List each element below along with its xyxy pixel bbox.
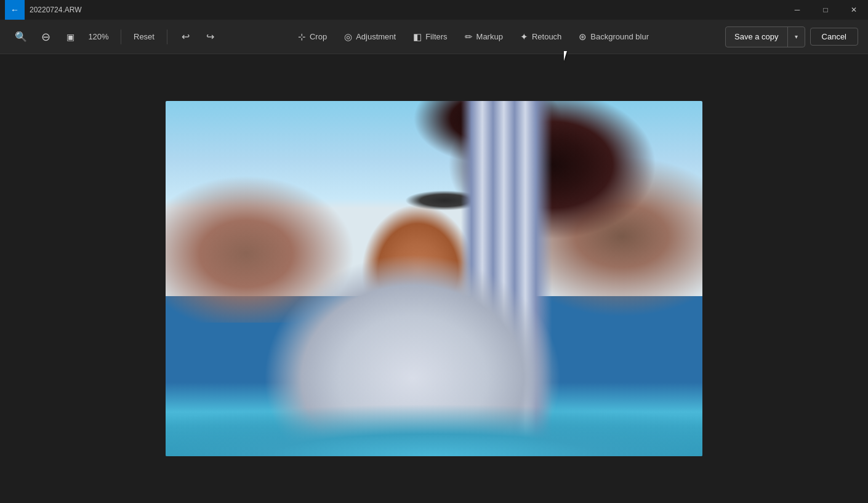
crop-icon: ⊹ bbox=[298, 31, 306, 42]
save-copy-button-group: Save a copy ▾ bbox=[725, 26, 805, 47]
zoom-out-button[interactable]: ⊖ bbox=[34, 26, 57, 48]
cancel-button[interactable]: Cancel bbox=[810, 28, 858, 46]
background-blur-tool-button[interactable]: ⊛ Background blur bbox=[570, 28, 657, 46]
undo-button[interactable]: ↩ bbox=[175, 26, 197, 48]
retouch-label: Retouch bbox=[532, 32, 561, 41]
photo-car-overlay bbox=[166, 382, 702, 456]
redo-icon: ↪ bbox=[206, 31, 214, 42]
toolbar-center: ⊹ Crop ◎ Adjustment ◧ Filters ✏ Markup ✦… bbox=[222, 28, 725, 46]
titlebar-left: ← 20220724.ARW bbox=[5, 0, 82, 20]
toolbar: 🔍 ⊖ ▣ 120% Reset ↩ ↪ ⊹ Crop ◎ Adjustment… bbox=[0, 20, 868, 54]
markup-icon: ✏ bbox=[465, 31, 473, 42]
fit-icon: ▣ bbox=[66, 32, 74, 42]
save-copy-dropdown-button[interactable]: ▾ bbox=[787, 27, 805, 47]
toolbar-right: Save a copy ▾ Cancel bbox=[725, 26, 858, 47]
photo-background bbox=[166, 101, 702, 456]
background-blur-label: Background blur bbox=[590, 32, 649, 41]
zoom-level: 120% bbox=[86, 32, 111, 41]
toolbar-left: 🔍 ⊖ ▣ 120% Reset ↩ ↪ bbox=[10, 26, 222, 48]
minimize-button[interactable]: ─ bbox=[783, 0, 811, 20]
titlebar: ← 20220724.ARW ─ □ ✕ bbox=[0, 0, 868, 20]
save-copy-main-button[interactable]: Save a copy bbox=[726, 28, 787, 45]
crop-tool-button[interactable]: ⊹ Crop bbox=[289, 28, 336, 46]
filters-label: Filters bbox=[425, 32, 447, 41]
divider-2 bbox=[167, 30, 167, 44]
zoom-in-button[interactable]: 🔍 bbox=[10, 26, 32, 48]
retouch-icon: ✦ bbox=[520, 31, 528, 42]
maximize-button[interactable]: □ bbox=[811, 0, 840, 20]
adjustment-label: Adjustment bbox=[356, 32, 396, 41]
fit-button[interactable]: ▣ bbox=[59, 26, 81, 48]
back-button[interactable]: ← bbox=[5, 0, 25, 20]
markup-tool-button[interactable]: ✏ Markup bbox=[456, 28, 512, 46]
reset-button[interactable]: Reset bbox=[129, 30, 159, 44]
adjustment-icon: ◎ bbox=[344, 31, 352, 42]
zoom-in-icon: 🔍 bbox=[15, 31, 27, 42]
undo-icon: ↩ bbox=[182, 31, 190, 42]
canvas-area bbox=[0, 54, 868, 503]
divider-1 bbox=[121, 30, 121, 44]
close-button[interactable]: ✕ bbox=[840, 0, 868, 20]
window-controls: ─ □ ✕ bbox=[783, 0, 868, 20]
chevron-down-icon: ▾ bbox=[795, 33, 798, 40]
crop-label: Crop bbox=[310, 32, 327, 41]
photo-subject-overlay bbox=[166, 101, 702, 456]
back-icon: ← bbox=[10, 5, 19, 15]
filters-tool-button[interactable]: ◧ Filters bbox=[404, 28, 456, 46]
background-blur-icon: ⊛ bbox=[579, 31, 587, 42]
file-title: 20220724.ARW bbox=[30, 6, 82, 14]
filters-icon: ◧ bbox=[413, 31, 422, 42]
retouch-tool-button[interactable]: ✦ Retouch bbox=[512, 28, 570, 46]
redo-button[interactable]: ↪ bbox=[199, 26, 222, 48]
markup-label: Markup bbox=[476, 32, 503, 41]
zoom-out-icon: ⊖ bbox=[41, 30, 50, 44]
photo-container bbox=[166, 101, 702, 456]
adjustment-tool-button[interactable]: ◎ Adjustment bbox=[336, 28, 404, 46]
